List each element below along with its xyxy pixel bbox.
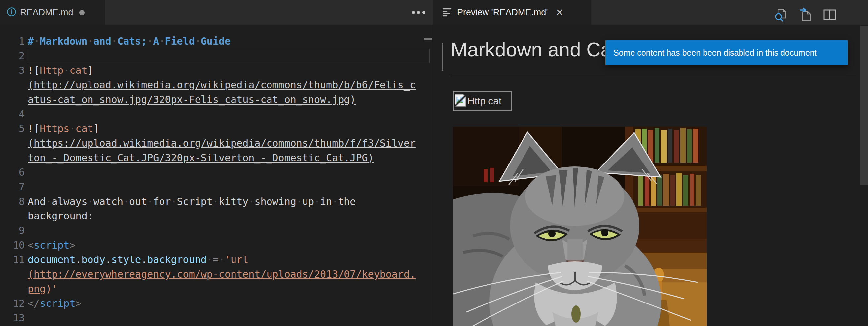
line-number: 7	[0, 180, 28, 194]
code-line[interactable]: background:	[0, 209, 433, 223]
code-line[interactable]: ton_-_Domestic_Cat.JPG/320px-Silverton_-…	[0, 151, 433, 165]
code-line[interactable]: atus-cat_on_snow.jpg/320px-Felis_catus-c…	[0, 92, 433, 107]
code-line[interactable]: png)'	[0, 282, 433, 296]
preview-file-icon	[442, 7, 452, 18]
preview-tab-strip: Preview 'README.md' ✕	[433, 0, 868, 25]
preview-scrollbar[interactable]	[860, 26, 868, 185]
line-number: 9	[0, 223, 28, 238]
tab-preview-readme[interactable]: Preview 'README.md' ✕	[433, 0, 591, 25]
code-line[interactable]: (http://upload.wikimedia.org/wikipedia/c…	[0, 78, 433, 92]
line-number	[0, 151, 28, 165]
info-circle-icon	[7, 7, 16, 18]
broken-image-icon	[454, 93, 467, 109]
line-number	[0, 267, 28, 282]
line-number	[0, 282, 28, 296]
overview-ruler-mark	[424, 38, 432, 40]
split-editor-icon[interactable]	[823, 7, 836, 22]
code-text	[28, 165, 433, 180]
heading-underline	[452, 76, 856, 77]
code-line[interactable]: (https://upload.wikimedia.org/wikipedia/…	[0, 136, 433, 151]
code-line[interactable]: 1#·Markdown·and·Cats;·A·Field·Guide	[0, 34, 433, 49]
code-text: ![Https·cat]	[28, 121, 433, 136]
code-text	[28, 49, 433, 63]
line-number	[0, 78, 28, 92]
code-text: #·Markdown·and·Cats;·A·Field·Guide	[28, 34, 433, 49]
modified-dot-icon	[79, 10, 85, 15]
code-text	[28, 180, 433, 194]
close-icon[interactable]: ✕	[556, 8, 563, 17]
code-line[interactable]: 9	[0, 223, 433, 238]
code-text: (http://everywhereagency.com/wp-content/…	[28, 267, 433, 282]
code-line[interactable]: 5![Https·cat]	[0, 121, 433, 136]
line-number: 13	[0, 311, 28, 325]
code-line[interactable]: 4	[0, 107, 433, 121]
line-number	[0, 92, 28, 107]
line-number	[0, 136, 28, 151]
code-text: background:	[28, 209, 433, 223]
tab-title: README.md	[20, 7, 73, 18]
content-disabled-tooltip: Some content has been been disabled in t…	[606, 40, 847, 65]
code-text: And·always·watch·out·for·Script·kitty·sh…	[28, 194, 433, 209]
markdown-source-editor[interactable]: 1#·Markdown·and·Cats;·A·Field·Guide23![H…	[0, 25, 433, 326]
code-text: (https://upload.wikimedia.org/wikipedia/…	[28, 136, 433, 151]
broken-image-placeholder: Http cat	[453, 91, 512, 111]
line-number: 3	[0, 63, 28, 78]
code-line[interactable]: 13	[0, 311, 433, 325]
line-number: 10	[0, 238, 28, 252]
line-number: 6	[0, 165, 28, 180]
vscode-window: README.md Preview 'README.md' ✕	[0, 0, 868, 326]
editor-tab-strip: README.md	[0, 0, 433, 25]
code-line[interactable]: 10<script>	[0, 238, 433, 252]
line-number: 1	[0, 34, 28, 49]
code-text	[28, 107, 433, 121]
line-number: 11	[0, 252, 28, 267]
code-text	[28, 223, 433, 238]
code-text: ![Http·cat]	[28, 63, 433, 78]
active-line-indicator	[442, 43, 443, 71]
code-text: document.body.style.background·=·'url	[28, 252, 433, 267]
code-line[interactable]: 2	[0, 49, 433, 63]
https-cat-image	[453, 127, 707, 326]
code-text: ton_-_Domestic_Cat.JPG/320px-Silverton_-…	[28, 151, 433, 165]
code-line[interactable]: 6	[0, 165, 433, 180]
code-text: (http://upload.wikimedia.org/wikipedia/c…	[28, 78, 433, 92]
tab-title: Preview 'README.md'	[457, 7, 548, 18]
code-line[interactable]: 12</script>	[0, 296, 433, 311]
line-number: 2	[0, 49, 28, 63]
line-number: 12	[0, 296, 28, 311]
tab-readme-md[interactable]: README.md	[0, 0, 105, 25]
code-line[interactable]: 7	[0, 180, 433, 194]
code-line[interactable]: 11document.body.style.background·=·'url	[0, 252, 433, 267]
find-in-preview-icon[interactable]	[774, 7, 787, 22]
code-line[interactable]: 8And·always·watch·out·for·Script·kitty·s…	[0, 194, 433, 209]
broken-image-alt-text: Http cat	[467, 95, 501, 107]
code-line[interactable]: (http://everywhereagency.com/wp-content/…	[0, 267, 433, 282]
line-number: 4	[0, 107, 28, 121]
code-text: atus-cat_on_snow.jpg/320px-Felis_catus-c…	[28, 92, 433, 107]
open-source-file-icon[interactable]	[799, 7, 812, 22]
editor-more-actions-icon[interactable]	[412, 11, 426, 14]
line-number: 5	[0, 121, 28, 136]
line-number: 8	[0, 194, 28, 209]
code-text: </script>	[28, 296, 433, 311]
code-text: png)'	[28, 282, 433, 296]
line-number	[0, 209, 28, 223]
code-line[interactable]: 3![Http·cat]	[0, 63, 433, 78]
markdown-preview-pane: Markdown and Cats; A Field Guide Some co…	[433, 25, 868, 326]
code-text	[28, 311, 433, 325]
code-text: <script>	[28, 238, 433, 252]
